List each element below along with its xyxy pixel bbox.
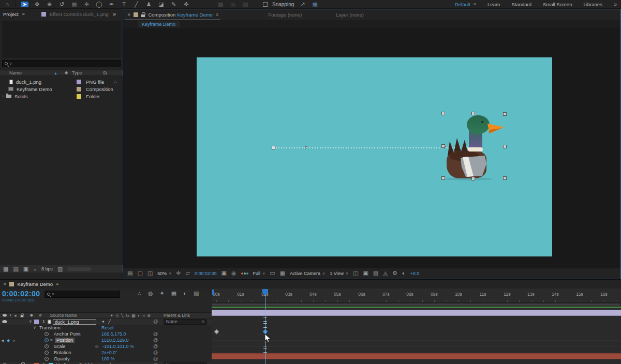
selection-handle[interactable]: [441, 144, 445, 148]
transform-group-row[interactable]: ∨ Transform Reset: [0, 325, 212, 331]
expand-arrow-icon[interactable]: ∨: [29, 320, 32, 324]
tab-composition-prefix[interactable]: Composition: [148, 12, 175, 18]
label-column-icon[interactable]: ◆: [65, 71, 68, 75]
pick-whip-icon[interactable]: @: [153, 351, 158, 355]
table-row-comp[interactable]: Keyframe Demo Composition: [0, 85, 123, 93]
pick-whip-icon[interactable]: @: [153, 320, 158, 324]
work-area-bar[interactable]: [212, 303, 621, 306]
work-area-start-handle[interactable]: [212, 290, 214, 295]
fast-previews-icon[interactable]: ▨: [373, 270, 378, 276]
region-of-interest-icon[interactable]: ▱: [186, 270, 190, 276]
graph-set-icon[interactable]: ≈: [50, 338, 52, 342]
stopwatch-icon-active[interactable]: [45, 338, 49, 342]
resolution-dropdown[interactable]: Full∨: [253, 271, 265, 276]
selection-tool-icon[interactable]: ➤: [21, 2, 28, 7]
scale-row[interactable]: Scale ∞ -101.0,101.0 % @: [0, 343, 212, 350]
close-icon[interactable]: ×: [127, 12, 130, 18]
track-row[interactable]: [212, 335, 621, 341]
layer-row-solid[interactable]: › 2 Medium ... Solid 1 ✦ ╱ @ None∨: [0, 362, 212, 364]
exposure-reset-icon[interactable]: ◐: [402, 270, 406, 276]
composition-viewer[interactable]: [123, 28, 620, 268]
draft-3d-icon[interactable]: ◍: [148, 291, 153, 296]
next-keyframe-icon[interactable]: ▶: [13, 339, 16, 342]
breadcrumb[interactable]: Keyframe Demo: [138, 21, 180, 27]
workspace-menu-icon[interactable]: ≡: [474, 2, 476, 7]
pick-whip-icon[interactable]: @: [153, 344, 158, 349]
pick-whip-icon[interactable]: @: [153, 338, 158, 343]
project-settings-icon[interactable]: ◒: [33, 266, 37, 272]
layer-bar-duck[interactable]: [212, 310, 621, 316]
property-label[interactable]: Anchor Point: [54, 331, 81, 337]
tab-footage[interactable]: Footage (none): [268, 12, 302, 18]
workspace-learn[interactable]: Learn: [487, 2, 500, 7]
layer-name[interactable]: duck_1.png: [53, 319, 96, 325]
track-row[interactable]: [212, 322, 621, 328]
show-channels-icon[interactable]: [241, 272, 248, 275]
tab-timeline-comp[interactable]: Keyframe Demo: [17, 281, 53, 287]
layer-label-swatch[interactable]: [34, 320, 39, 324]
property-value[interactable]: 2x+0.0°: [101, 350, 117, 355]
workspace-small-screen[interactable]: Small Screen: [543, 2, 572, 7]
puppet-pin-tool-icon[interactable]: ✜: [182, 2, 190, 7]
source-name-column[interactable]: Source Name: [50, 313, 77, 318]
bit-depth-label[interactable]: 8 bpc: [41, 266, 53, 271]
roto-brush-tool-icon[interactable]: ✎: [170, 2, 178, 7]
view-layout-dropdown[interactable]: 1 View∨: [330, 271, 348, 276]
search-dropdown-icon[interactable]: ∨: [9, 62, 12, 66]
new-composition-icon[interactable]: ▣: [23, 266, 28, 272]
layer-bar-solid[interactable]: [212, 353, 621, 359]
comp-timecode[interactable]: 0:00:02:00: [195, 271, 217, 276]
project-panel-menu-icon[interactable]: ≡: [22, 12, 25, 17]
share-view-icon[interactable]: ◫: [353, 270, 358, 276]
table-row-solids[interactable]: › Solids Folder: [0, 93, 123, 100]
frame-blending-icon[interactable]: ▦: [171, 291, 176, 296]
timeline-panel-menu-icon[interactable]: ≡: [56, 282, 58, 286]
hide-shy-layers-icon[interactable]: ✦: [160, 291, 165, 296]
type-tool-icon[interactable]: T: [120, 2, 128, 7]
stopwatch-icon[interactable]: [45, 351, 49, 355]
always-preview-icon[interactable]: ▤: [127, 270, 132, 276]
duck-artwork[interactable]: [440, 110, 508, 180]
graph-editor-icon[interactable]: ▧: [194, 291, 199, 296]
time-ruler[interactable]: 00s 01s 02s 03s 04s 05s 06s 07s 08s 09s …: [212, 289, 621, 303]
stopwatch-icon[interactable]: [45, 357, 49, 361]
label-swatch[interactable]: [77, 80, 81, 84]
stopwatch-icon[interactable]: [45, 344, 49, 348]
camera-dropdown[interactable]: Active Camera∨: [290, 271, 325, 276]
label-swatch[interactable]: [77, 94, 81, 99]
property-label-selected[interactable]: Position: [55, 338, 75, 343]
pick-whip-icon[interactable]: @: [153, 332, 158, 337]
property-value[interactable]: 166.5,175.0: [101, 331, 126, 337]
sort-asc-icon[interactable]: ▲: [54, 71, 57, 75]
workspace-libraries[interactable]: Libraries: [583, 2, 602, 7]
rotation-row[interactable]: Rotation 2x+0.0° @: [0, 350, 212, 356]
comp-flowchart-icon[interactable]: ⚙: [392, 270, 397, 276]
pixel-aspect-icon[interactable]: ▣: [363, 270, 368, 276]
panel-resize-pill[interactable]: [67, 267, 91, 271]
property-label[interactable]: Opacity: [54, 356, 70, 361]
snap-angle-icon[interactable]: ↗: [299, 2, 306, 7]
property-value[interactable]: -101.0,101.0 %: [102, 344, 134, 349]
tab-composition-name[interactable]: Keyframe Demo: [177, 12, 213, 18]
transform-label[interactable]: Transform: [39, 325, 61, 330]
track-row[interactable]: [212, 316, 621, 322]
constrain-link-icon[interactable]: ∞: [95, 344, 98, 349]
project-tabs-overflow-icon[interactable]: »: [113, 11, 116, 17]
rotate-tool-icon[interactable]: ↺: [58, 2, 66, 7]
interpret-footage-icon[interactable]: ▩: [3, 266, 8, 272]
pick-whip-icon[interactable]: @: [153, 357, 158, 361]
parent-link-column[interactable]: Parent & Link: [164, 313, 190, 318]
home-icon[interactable]: ⌂: [3, 2, 11, 7]
current-timecode[interactable]: 0:00:02:00: [2, 290, 40, 298]
current-keyframe-icon[interactable]: ◆: [7, 338, 10, 343]
show-snapshot-icon[interactable]: ◉: [231, 270, 236, 276]
motion-path-start-keyframe[interactable]: [272, 146, 275, 149]
expand-arrow-icon[interactable]: ›: [2, 94, 4, 99]
transparency-grid-icon[interactable]: ▦: [280, 270, 285, 276]
shape-tool-icon[interactable]: ◯: [95, 2, 103, 7]
anchor-point-row[interactable]: Anchor Point 166.5,175.0 @: [0, 331, 212, 337]
track-row[interactable]: [212, 328, 621, 335]
layer-switches[interactable]: ✦ ╱: [101, 320, 112, 324]
pen-tool-icon[interactable]: ✒: [108, 2, 115, 7]
property-value[interactable]: 1510.5,529.0: [101, 338, 129, 343]
